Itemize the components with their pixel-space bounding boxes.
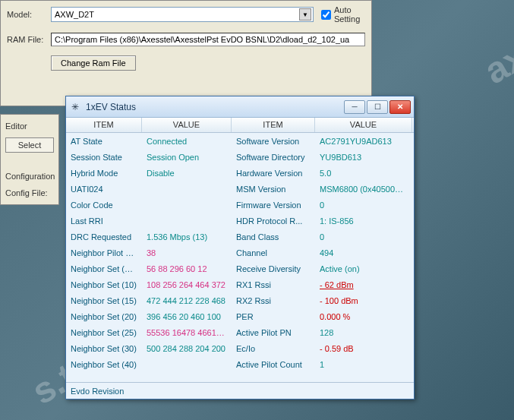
value-right: 0: [315, 231, 412, 243]
item-left: Neighbor Set (20): [66, 311, 142, 323]
auto-setting-checkbox[interactable]: Auto Setting: [321, 5, 365, 24]
hdr-item-2: ITEM: [232, 118, 315, 132]
status-row: Last RRIHDR Protocol R...1: IS-856: [66, 213, 414, 229]
item-right: MSM Version: [232, 183, 315, 195]
model-label: Model:: [7, 10, 51, 19]
value-left: Connected: [142, 135, 232, 147]
item-right: Firmware Version: [232, 199, 315, 211]
value-right: 0: [315, 199, 412, 211]
value-right: 128: [315, 327, 412, 339]
item-right: Ec/Io: [232, 343, 315, 355]
item-right: RX1 Rssi: [232, 279, 315, 291]
value-left: Disable: [142, 167, 232, 179]
minimize-button[interactable]: ─: [344, 100, 365, 114]
status-row: Neighbor Set (15)472 444 212 228 468RX2 …: [66, 292, 414, 308]
value-right: AC2791YU9AD613: [315, 135, 412, 147]
item-left: Neighbor Set (30): [66, 343, 142, 355]
item-left: Last RRI: [66, 215, 142, 227]
item-left: AT State: [66, 135, 142, 147]
auto-setting-check[interactable]: [321, 10, 331, 20]
value-left: 56 88 296 60 12: [142, 263, 232, 275]
item-right: Software Directory: [232, 151, 315, 163]
change-ram-button[interactable]: Change Ram File: [51, 55, 136, 71]
status-row: Color CodeFirmware Version0: [66, 197, 414, 213]
status-row: Neighbor Set (10)108 256 264 464 372RX1 …: [66, 276, 414, 292]
status-row: Neighbor Set (1-5)56 88 296 60 12Receive…: [66, 261, 414, 276]
window-title: 1xEV Status: [86, 102, 344, 112]
value-right: 494: [315, 247, 412, 259]
item-left: Neighbor Set (25): [66, 327, 142, 339]
titlebar[interactable]: ✳ 1xEV Status ─ ☐ ✕: [66, 96, 414, 118]
configuration-label: Configuration: [2, 168, 57, 185]
value-left: [142, 363, 232, 366]
footer-row: Evdo Revision: [66, 382, 414, 399]
value-right: - 100 dBm: [315, 295, 412, 307]
item-left: UATI024: [66, 183, 142, 195]
item-right: Hardware Version: [232, 167, 315, 179]
status-row: Neighbor Set (25)55536 16478 46611...Act…: [66, 324, 414, 340]
value-left: 500 284 288 204 200: [142, 343, 232, 355]
value-left: 472 444 212 228 468: [142, 295, 232, 307]
value-left: 55536 16478 46611...: [142, 327, 232, 339]
value-right: 5.0: [315, 167, 412, 179]
watermark: axe: [478, 26, 514, 93]
value-left: 108 256 264 464 372: [142, 279, 232, 291]
value-right: MSM6800 (0x40500000): [315, 183, 412, 195]
status-grid: AT StateConnectedSoftware VersionAC2791Y…: [66, 133, 414, 382]
auto-setting-label: Auto Setting: [334, 5, 365, 24]
value-left: Session Open: [142, 151, 232, 163]
item-right: Channel: [232, 247, 315, 259]
select-button[interactable]: Select: [5, 137, 54, 153]
item-left: Session State: [66, 151, 142, 163]
value-left: 1.536 Mbps (13): [142, 231, 232, 243]
item-right: Software Version: [232, 135, 315, 147]
value-right: - 62 dBm: [315, 279, 412, 291]
status-row: UATI024MSM VersionMSM6800 (0x40500000): [66, 181, 414, 197]
window-icon: ✳: [69, 101, 81, 113]
item-left: Neighbor Set (10): [66, 279, 142, 291]
chevron-down-icon[interactable]: ▼: [299, 8, 311, 21]
hdr-value-2: VALUE: [315, 118, 412, 132]
item-left: DRC Requested: [66, 231, 142, 243]
grid-header: ITEM VALUE ITEM VALUE: [66, 118, 414, 133]
value-left: [142, 204, 232, 207]
item-left: Neighbor Set (15): [66, 295, 142, 307]
status-row: AT StateConnectedSoftware VersionAC2791Y…: [66, 133, 414, 149]
value-left: 396 456 20 460 100: [142, 311, 232, 323]
status-row: Neighbor Set (20)396 456 20 460 100PER0.…: [66, 308, 414, 324]
close-button[interactable]: ✕: [389, 100, 411, 114]
model-value: AXW_D2T: [53, 10, 299, 19]
ram-file-input[interactable]: [51, 33, 365, 46]
item-right: RX2 Rssi: [232, 295, 315, 307]
item-left: Neighbor Set (1-5): [66, 263, 142, 275]
item-right: PER: [232, 311, 315, 323]
value-left: [142, 188, 232, 191]
left-sidebar: Editor Select Configuration Config File:: [0, 114, 59, 205]
item-right: Band Class: [232, 231, 315, 243]
status-row: Neighbor Set (40)Active Pilot Count1: [66, 356, 414, 372]
maximize-button[interactable]: ☐: [367, 100, 388, 114]
footer-label: Evdo Revision: [71, 387, 124, 396]
item-right: HDR Protocol R...: [232, 215, 315, 227]
item-left: Neighbor Pilot Co...: [66, 247, 142, 259]
status-row: Hybrid ModeDisableHardware Version5.0: [66, 165, 414, 181]
value-left: [142, 219, 232, 223]
item-right: Receive Diversity: [232, 263, 315, 275]
status-row: Neighbor Pilot Co...38Channel494: [66, 245, 414, 261]
item-right: Active Pilot PN: [232, 327, 315, 339]
hdr-value-1: VALUE: [142, 118, 232, 132]
value-right: 0.000 %: [315, 311, 412, 323]
value-right: YU9BD613: [315, 151, 412, 163]
status-window: ✳ 1xEV Status ─ ☐ ✕ ITEM VALUE ITEM VALU…: [65, 96, 415, 399]
model-combo[interactable]: AXW_D2T ▼: [51, 7, 314, 22]
item-left: Neighbor Set (40): [66, 358, 142, 371]
ram-file-label: RAM File:: [7, 35, 51, 44]
status-row: Neighbor Set (30)500 284 288 204 200Ec/I…: [66, 340, 414, 356]
item-left: Color Code: [66, 199, 142, 211]
value-right: 1: [315, 358, 412, 371]
status-row: Session StateSession OpenSoftware Direct…: [66, 149, 414, 165]
value-right: Active (on): [315, 263, 412, 275]
status-row: DRC Requested1.536 Mbps (13)Band Class0: [66, 229, 414, 245]
value-right: - 0.59 dB: [315, 343, 412, 355]
item-right: Active Pilot Count: [232, 358, 315, 371]
